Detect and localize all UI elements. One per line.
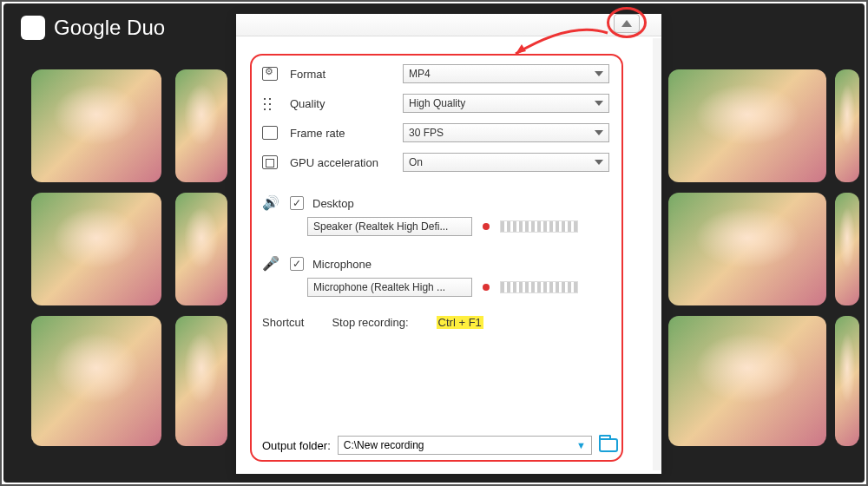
mic-device-value: Microphone (Realtek High ... [313,281,445,293]
framerate-row: Frame rate 30 FPS [262,123,609,142]
mic-audio-label: Microphone [312,258,372,271]
video-thumbnail[interactable] [835,316,859,446]
recording-dot-icon [483,284,490,291]
desktop-audio-label: Desktop [312,197,354,210]
thumbnail-column-cropped [175,69,227,446]
desktop-device-row: Speaker (Realtek High Defi... [307,217,609,236]
format-gear-icon [262,67,278,81]
quality-dropdown[interactable]: High Quality [403,94,609,113]
speaker-icon: 🔊 [262,194,279,212]
shortcut-section-label: Shortcut [262,316,304,329]
panel-titlebar [236,14,661,36]
brand-name: Google Duo [54,16,165,40]
settings-form: Format MP4 Quality High Quality Frame ra… [262,64,609,329]
video-thumbnail[interactable] [31,316,161,446]
video-thumbnail[interactable] [668,69,826,182]
video-thumbnail[interactable] [668,316,826,446]
gpu-label: GPU acceleration [290,156,403,169]
output-folder-row: Output folder: C:\New recording ▼ [262,436,618,455]
thumbnail-column-right [668,69,826,446]
mic-device-dropdown[interactable]: Microphone (Realtek High ... [307,278,472,297]
chevron-down-icon [595,101,603,110]
microphone-icon: 🎤 [262,255,279,273]
video-thumbnail[interactable] [175,193,227,305]
format-label: Format [290,68,403,81]
thumbnail-column-left [31,69,161,446]
dropdown-caret-icon: ▼ [576,440,586,450]
quality-dots-icon [262,96,278,110]
chevron-down-icon [595,160,603,169]
framerate-dropdown[interactable]: 30 FPS [403,123,609,142]
quality-label: Quality [290,97,403,110]
gpu-dropdown[interactable]: On [403,153,609,172]
gpu-chip-icon [262,155,278,169]
scrollbar-track[interactable] [653,38,661,470]
gpu-row: GPU acceleration On [262,153,609,172]
output-folder-value: C:\New recording [344,439,424,451]
video-thumbnail[interactable] [835,193,859,305]
video-thumbnail[interactable] [175,316,227,446]
framerate-value: 30 FPS [409,127,444,139]
shortcut-row: Shortcut Stop recording: Ctrl + F1 [262,316,609,329]
film-frame-icon [262,126,278,140]
audio-section: 🔊 Desktop Speaker (Realtek High Defi... … [262,194,609,297]
video-thumbnail[interactable] [31,69,161,182]
video-thumbnail[interactable] [175,69,227,182]
thumbnail-column-edge [835,69,859,446]
audio-level-meter [500,220,578,233]
format-value: MP4 [409,68,431,80]
format-row: Format MP4 [262,64,609,83]
recording-dot-icon [483,223,490,230]
mic-device-row: Microphone (Realtek High ... [307,278,609,297]
video-camera-icon [21,16,45,40]
output-folder-label: Output folder: [262,439,331,452]
desktop-device-dropdown[interactable]: Speaker (Realtek High Defi... [307,217,472,236]
browse-folder-icon[interactable] [599,438,618,452]
video-thumbnail[interactable] [835,69,859,182]
output-folder-input[interactable]: C:\New recording ▼ [338,436,592,455]
video-thumbnail[interactable] [31,193,161,305]
desktop-audio-row: 🔊 Desktop [262,194,609,212]
collapse-panel-button[interactable] [614,14,640,33]
audio-level-meter [500,281,578,293]
chevron-down-icon [595,71,603,81]
triangle-up-icon [621,15,632,27]
quality-value: High Quality [409,97,465,109]
gpu-value: On [409,156,423,168]
chevron-down-icon [595,130,603,140]
desktop-audio-checkbox[interactable] [290,196,304,210]
stop-recording-label: Stop recording: [332,316,408,329]
quality-row: Quality High Quality [262,94,609,113]
video-thumbnail[interactable] [668,193,826,305]
format-dropdown[interactable]: MP4 [403,64,609,83]
shortcut-keybind[interactable]: Ctrl + F1 [437,316,483,329]
mic-audio-checkbox[interactable] [290,257,304,271]
framerate-label: Frame rate [290,127,403,140]
desktop-device-value: Speaker (Realtek High Defi... [313,220,448,233]
mic-audio-row: 🎤 Microphone [262,255,609,273]
